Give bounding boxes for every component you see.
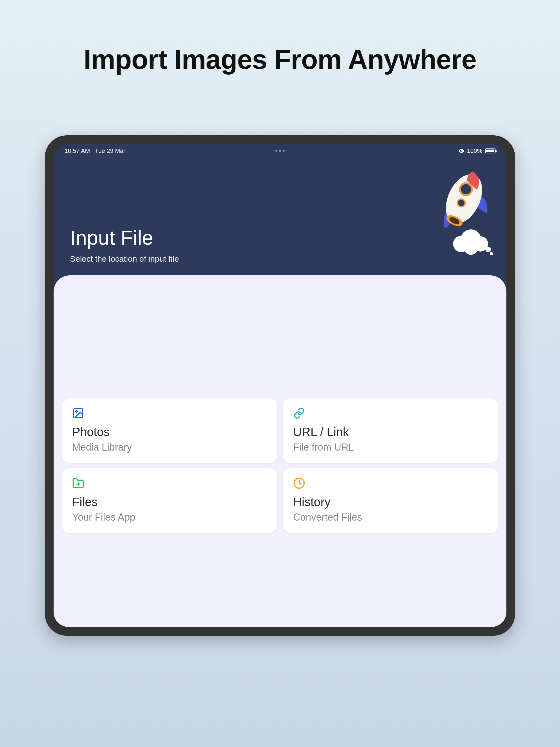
option-title: URL / Link bbox=[293, 425, 488, 439]
option-title: Photos bbox=[72, 425, 267, 439]
option-subtitle: Your Files App bbox=[72, 512, 267, 523]
status-bar: 10:57 AM Tue 29 Mar 100% bbox=[54, 144, 506, 158]
battery-percentage: 100% bbox=[467, 147, 482, 154]
page-subtitle: Select the location of input file bbox=[70, 254, 490, 264]
option-title: History bbox=[293, 495, 488, 509]
option-title: Files bbox=[72, 495, 267, 509]
option-files[interactable]: Files Your Files App bbox=[62, 468, 277, 533]
folder-plus-icon bbox=[72, 477, 84, 489]
svg-point-4 bbox=[464, 241, 478, 255]
app-header: Input File Select the location of input … bbox=[54, 158, 506, 277]
option-subtitle: Converted Files bbox=[293, 512, 488, 523]
photo-icon bbox=[72, 407, 84, 419]
svg-point-6 bbox=[490, 252, 493, 255]
status-time: 10:57 AM bbox=[65, 147, 90, 154]
option-history[interactable]: History Converted Files bbox=[283, 468, 498, 533]
multitask-dots[interactable] bbox=[275, 150, 285, 152]
option-subtitle: File from URL bbox=[293, 442, 488, 453]
svg-point-9 bbox=[457, 199, 465, 207]
marketing-headline: Import Images From Anywhere bbox=[84, 44, 476, 75]
svg-point-13 bbox=[76, 411, 77, 412]
tablet-frame: 10:57 AM Tue 29 Mar 100% Input File Sele… bbox=[45, 135, 515, 636]
tablet-screen: 10:57 AM Tue 29 Mar 100% Input File Sele… bbox=[54, 144, 506, 627]
option-url[interactable]: URL / Link File from URL bbox=[283, 398, 498, 463]
rocket-illustration bbox=[419, 162, 495, 255]
option-photos[interactable]: Photos Media Library bbox=[62, 398, 277, 463]
battery-icon bbox=[485, 149, 495, 153]
privacy-eye-icon bbox=[458, 149, 464, 153]
status-date: Tue 29 Mar bbox=[95, 147, 126, 154]
svg-point-0 bbox=[461, 150, 462, 152]
svg-point-5 bbox=[485, 247, 491, 252]
clock-icon bbox=[293, 477, 305, 489]
link-icon bbox=[293, 407, 305, 419]
content-panel: Photos Media Library URL / Link File fro… bbox=[54, 275, 506, 627]
svg-point-8 bbox=[460, 183, 472, 195]
option-subtitle: Media Library bbox=[72, 442, 267, 453]
